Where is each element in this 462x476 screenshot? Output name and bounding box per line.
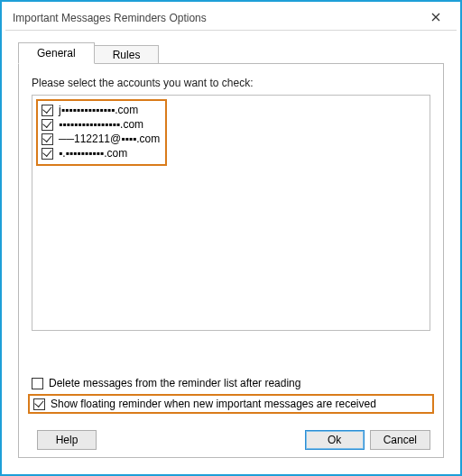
highlight-accounts: j▪▪▪▪▪▪▪▪▪▪▪▪▪▪.com ▪▪▪▪▪▪▪▪▪▪▪▪▪▪▪▪.com… — [36, 99, 167, 166]
account-label: ▪.▪▪▪▪▪▪▪▪▪▪.com — [59, 147, 127, 160]
list-item[interactable]: ▪.▪▪▪▪▪▪▪▪▪▪.com — [40, 146, 162, 160]
help-button[interactable]: Help — [37, 430, 97, 450]
option-show-floating[interactable]: Show floating reminder when new importan… — [28, 394, 434, 414]
close-icon — [431, 12, 440, 24]
list-item[interactable]: ──112211@▪▪▪▪.com — [40, 132, 162, 146]
cancel-button[interactable]: Cancel — [370, 430, 430, 450]
accounts-list[interactable]: j▪▪▪▪▪▪▪▪▪▪▪▪▪▪.com ▪▪▪▪▪▪▪▪▪▪▪▪▪▪▪▪.com… — [32, 95, 430, 331]
dialog-content: General Rules Please select the accounts… — [5, 31, 457, 467]
checkbox-icon[interactable] — [42, 133, 53, 145]
option-delete-after-reading[interactable]: Delete messages from the reminder list a… — [32, 375, 430, 391]
button-row: Help Ok Cancel — [32, 430, 430, 450]
button-label: Cancel — [383, 434, 417, 446]
instruction-text: Please select the accounts you want to c… — [32, 77, 430, 89]
checkbox-icon[interactable] — [32, 378, 43, 389]
button-label: Ok — [328, 434, 341, 446]
tab-general[interactable]: General — [18, 42, 95, 64]
button-label: Help — [56, 434, 79, 446]
tab-rules[interactable]: Rules — [94, 45, 160, 65]
window-title: Important Messages Reminders Options — [13, 12, 420, 24]
account-label: ──112211@▪▪▪▪.com — [59, 133, 160, 145]
tab-label: Rules — [113, 49, 141, 61]
checkbox-icon[interactable] — [42, 148, 53, 160]
titlebar: Important Messages Reminders Options — [5, 5, 457, 31]
option-label: Delete messages from the reminder list a… — [49, 377, 300, 389]
option-label: Show floating reminder when new importan… — [51, 398, 376, 410]
tabpanel-general: Please select the accounts you want to c… — [18, 63, 444, 458]
lower-options: Delete messages from the reminder list a… — [32, 375, 430, 414]
account-label: ▪▪▪▪▪▪▪▪▪▪▪▪▪▪▪▪.com — [59, 118, 143, 131]
ok-button[interactable]: Ok — [305, 430, 365, 450]
checkbox-icon[interactable] — [42, 119, 53, 131]
account-label: j▪▪▪▪▪▪▪▪▪▪▪▪▪▪.com — [59, 104, 138, 116]
checkbox-icon[interactable] — [42, 105, 53, 116]
tab-label: General — [37, 47, 76, 60]
checkbox-icon[interactable] — [33, 398, 45, 410]
list-item[interactable]: ▪▪▪▪▪▪▪▪▪▪▪▪▪▪▪▪.com — [40, 117, 162, 132]
close-button[interactable] — [420, 8, 451, 28]
list-item[interactable]: j▪▪▪▪▪▪▪▪▪▪▪▪▪▪.com — [40, 103, 162, 117]
tab-strip: General Rules — [18, 41, 444, 63]
